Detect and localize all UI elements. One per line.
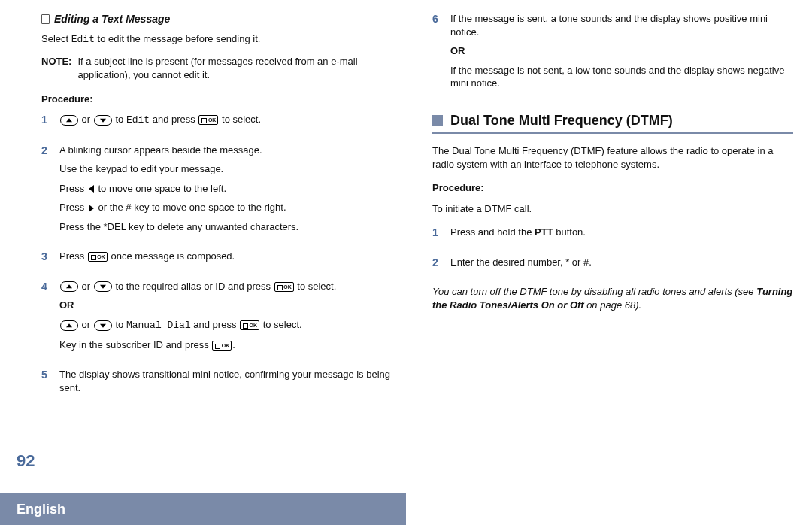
step-number: 4 [41, 280, 52, 357]
ptt-label: PTT [535, 226, 553, 238]
section-rule [432, 132, 793, 134]
step-number: 1 [41, 113, 52, 133]
subheading-row: Editing a Text Message [41, 12, 402, 26]
page-content: Editing a Text Message Select Edit to ed… [41, 12, 793, 411]
section-heading: Dual Tone Multi Frequency (DTMF) [450, 111, 673, 129]
step-body: Press OK once message is composed. [59, 250, 402, 269]
text-press: and press [191, 319, 239, 330]
text-or: or [79, 319, 93, 330]
intro-text-a: Select [41, 33, 71, 44]
step-2: 2 A blinking cursor appears beside the m… [41, 144, 402, 240]
ok-key-icon: OK [198, 115, 218, 125]
left-column: Editing a Text Message Select Edit to ed… [41, 12, 402, 411]
section-heading-row: Dual Tone Multi Frequency (DTMF) [432, 111, 793, 129]
note-text: If a subject line is present (for messag… [77, 55, 402, 81]
step-body: or to Edit and press OK to select. [59, 113, 402, 133]
ok-key-icon: OK [240, 320, 259, 330]
dtmf-step2-text: Enter the desired number, * or #. [450, 256, 793, 269]
step2-line-b: Use the keypad to edit your message. [59, 162, 402, 176]
text-move-right: or the # key to move one space to the ri… [95, 202, 286, 213]
note-label: NOTE: [41, 55, 71, 81]
text-required-alias: to the required alias or ID and press [113, 281, 274, 292]
step-body: The display shows transitional mini noti… [59, 368, 402, 400]
up-key-icon [60, 320, 78, 331]
step-number: 2 [432, 256, 443, 275]
step-number: 2 [41, 144, 52, 240]
text-move-left: to move one space to the left. [95, 183, 226, 194]
text-press: and press [150, 114, 198, 125]
text-press: Press [59, 250, 87, 262]
right-arrow-icon [89, 205, 94, 212]
document-icon [41, 14, 50, 24]
intro-paragraph: Select Edit to edit the message before s… [41, 32, 402, 47]
footer-language: English [17, 502, 65, 517]
ok-key-icon: OK [274, 282, 294, 292]
text-keyin: Key in the subscriber ID and press [59, 339, 211, 351]
edit-literal: Edit [71, 34, 95, 45]
step-number: 1 [432, 226, 443, 245]
down-key-icon [94, 281, 112, 292]
down-key-icon [94, 320, 112, 331]
ok-key-icon: OK [212, 341, 232, 351]
step2-line-e: Press the *DEL key to delete any unwante… [59, 220, 402, 234]
step-body: A blinking cursor appears beside the mes… [59, 144, 402, 240]
step-6: 6 If the message is sent, a tone sounds … [432, 12, 793, 96]
up-key-icon [60, 281, 78, 292]
ital-text-a: You can turn off the DTMF tone by disabl… [432, 286, 756, 297]
step2-line-a: A blinking cursor appears beside the mes… [59, 144, 402, 157]
text-period: . [232, 339, 235, 351]
procedure-label: Procedure: [432, 181, 793, 195]
edit-literal: Edit [126, 114, 150, 126]
text-select: to select. [219, 114, 261, 125]
step-body: or to the required alias or ID and press… [59, 280, 402, 357]
step-body: Press and hold the PTT button. [450, 226, 793, 245]
step5-text: The display shows transitional mini noti… [59, 368, 402, 394]
dtmf-step-1: 1 Press and hold the PTT button. [432, 226, 793, 245]
text-composed: once message is composed. [108, 250, 235, 262]
step-3: 3 Press OK once message is composed. [41, 250, 402, 269]
note-block: NOTE: If a subject line is present (for … [41, 55, 402, 81]
footer-bar: English [0, 493, 406, 525]
step-number: 5 [41, 368, 52, 400]
procedure-label: Procedure: [41, 93, 402, 106]
dtmf-paragraph: The Dual Tone Multi Frequency (DTMF) fea… [432, 144, 793, 171]
step-number: 6 [432, 12, 443, 96]
text-or: or [79, 114, 93, 125]
page-number: 92 [17, 451, 35, 471]
text-to: to [113, 319, 126, 330]
or-label: OR [450, 44, 793, 58]
down-key-icon [94, 115, 112, 126]
or-label: OR [59, 299, 402, 312]
step6-text-b: If the message is not sent, a low tone s… [450, 64, 793, 90]
dtmf-step-2: 2 Enter the desired number, * or #. [432, 256, 793, 275]
square-bullet-icon [432, 115, 443, 126]
manual-dial-literal: Manual Dial [126, 320, 191, 331]
ok-key-icon: OK [88, 252, 108, 262]
left-arrow-icon [89, 185, 94, 193]
step-1: 1 or to Edit and press OK to select. [41, 113, 402, 133]
subheading: Editing a Text Message [54, 12, 170, 26]
step-body: If the message is sent, a tone sounds an… [450, 12, 793, 96]
text-press-hold: Press and hold the [450, 226, 535, 238]
step6-text-a: If the message is sent, a tone sounds an… [450, 12, 793, 38]
text-press: Press [59, 183, 87, 194]
text-select: to select. [295, 281, 337, 292]
text-button: button. [553, 226, 586, 238]
italic-note: You can turn off the DTMF tone by disabl… [432, 285, 793, 311]
step-number: 3 [41, 250, 52, 269]
ital-text-b: on page 68). [584, 299, 642, 311]
right-column: 6 If the message is sent, a tone sounds … [432, 12, 793, 411]
text-select: to select. [260, 319, 302, 330]
text-press: Press [59, 202, 87, 213]
text-to: to [113, 114, 126, 125]
intro-text-b: to edit the message before sending it. [95, 33, 260, 44]
step-4: 4 or to the required alias or ID and pre… [41, 280, 402, 357]
up-key-icon [60, 115, 78, 126]
step-5: 5 The display shows transitional mini no… [41, 368, 402, 400]
procedure-intro: To initiate a DTMF call. [432, 202, 793, 216]
side-tab: Keypad Microphone Features [19, 171, 38, 450]
text-or: or [79, 281, 93, 292]
step-body: Enter the desired number, * or #. [450, 256, 793, 275]
